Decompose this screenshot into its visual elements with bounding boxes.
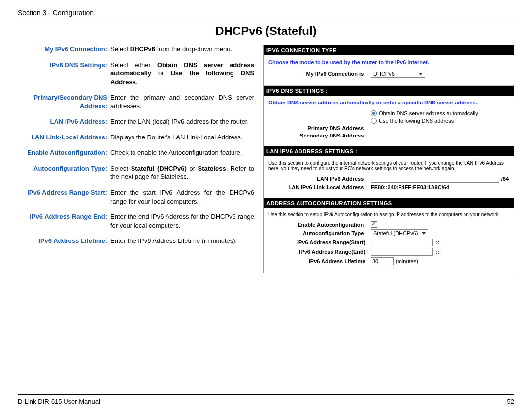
lan-ipv6-suffix: /64 [501, 176, 509, 182]
definition-row: Enable Autoconfiguration:Check to enable… [18, 148, 254, 157]
dns-auto-label: Obtain DNS server address automatically [379, 110, 478, 116]
primary-dns-label: Primary DNS Address : [268, 125, 371, 131]
config-panel: IPV6 CONNECTION TYPE Choose the mode to … [263, 45, 514, 273]
page-footer: D-Link DIR-615 User Manual 52 [18, 394, 514, 405]
panel-header-connection-type: IPV6 CONNECTION TYPE [264, 45, 514, 55]
dns-manual-radio[interactable] [371, 118, 377, 124]
definition-term: IPv6 DNS Settings: [18, 61, 110, 87]
definition-row: LAN Link-Local Address:Displays the Rout… [18, 133, 254, 142]
panel-header-autoconf: ADDRESS AUTOCONFIGURATION SETTINGS [264, 198, 514, 208]
definition-row: Primary/Secondary DNS Address:Enter the … [18, 93, 254, 110]
my-ipv6-connection-label: My IPv6 Connection is : [268, 71, 371, 77]
dns-auto-radio[interactable] [371, 110, 377, 116]
definition-term: Autoconfiguration Type: [18, 164, 110, 181]
definitions-column: My IPv6 Connection:Select DHCPv6 from th… [18, 45, 254, 273]
definition-term: IPv6 Address Lifetime: [18, 237, 110, 245]
autoconf-type-select[interactable]: Stateful (DHCPv6) [371, 229, 428, 237]
definition-description: Enter the end IPv6 Address for the DHCPv… [110, 212, 254, 230]
chevron-down-icon [422, 232, 426, 235]
definition-description: Enter the IPv6 Address Lifetime (in minu… [110, 237, 254, 245]
definition-term: My IPv6 Connection: [18, 45, 110, 54]
definition-row: IPv6 Address Lifetime:Enter the IPv6 Add… [18, 237, 254, 245]
definition-description: Select Stateful (DHCPv6) or Stateless. R… [110, 164, 254, 181]
range-start-separator: :: [435, 240, 440, 245]
definition-description: Displays the Router's LAN Link-Local Add… [110, 133, 254, 142]
range-end-label: IPv6 Address Range(End): [268, 249, 371, 255]
definition-term: IPv6 Address Range Start: [18, 188, 110, 206]
definition-row: IPv6 DNS Settings:Select either Obtain D… [18, 61, 254, 87]
lifetime-unit: (minutes) [396, 258, 418, 264]
my-ipv6-connection-select[interactable]: DHCPv6 [371, 70, 425, 78]
dns-manual-label: Use the following DNS address [379, 118, 454, 124]
definition-row: Autoconfiguration Type:Select Stateful (… [18, 164, 254, 181]
definition-row: IPv6 Address Range Start:Enter the start… [18, 188, 254, 206]
footer-left: D-Link DIR-615 User Manual [18, 398, 100, 405]
lan-ipv6-address-label: LAN IPv6 Address : [268, 176, 371, 182]
definition-description: Select either Obtain DNS server address … [110, 61, 254, 87]
range-end-separator: :: [435, 249, 440, 255]
panel-header-dns: IPV6 DNS SETTINGS : [264, 86, 514, 96]
definition-row: LAN IPv6 Address:Enter the LAN (local) I… [18, 117, 254, 126]
definition-description: Enter the primary and secondary DNS serv… [110, 93, 254, 110]
lan-linklocal-value: FE80::240:F4FF:FE03:1A9C/64 [371, 184, 449, 190]
lan-ipv6-address-input[interactable] [371, 175, 499, 183]
definition-term: LAN IPv6 Address: [18, 117, 110, 126]
enable-autoconf-label: Enable Autoconfiguration : [268, 222, 371, 228]
lan-linklocal-label: LAN IPv6 Link-Local Address : [268, 184, 371, 190]
lan-note: Use this section to configure the intern… [268, 160, 509, 171]
autoconf-type-label: Autoconfiguration Type : [268, 230, 371, 236]
definition-term: Primary/Secondary DNS Address: [18, 93, 110, 110]
panel-header-lan: LAN IPV6 ADDRESS SETTINGS : [264, 146, 514, 156]
connection-type-note: Choose the mode to be used by the router… [268, 59, 509, 65]
definition-term: Enable Autoconfiguration: [18, 148, 110, 157]
section-header: Section 3 - Configuration [18, 9, 514, 20]
lifetime-label: IPv6 Address Lifetime: [268, 258, 371, 264]
definition-description: Check to enable the Autoconfiguration fe… [110, 148, 254, 157]
dns-note: Obtain DNS server address automatically … [268, 100, 509, 105]
range-start-input[interactable] [371, 239, 433, 246]
range-start-label: IPv6 Address Range(Start): [268, 240, 371, 245]
definition-term: LAN Link-Local Address: [18, 133, 110, 142]
definition-description: Enter the LAN (local) IPv6 address for t… [110, 117, 254, 126]
definition-row: My IPv6 Connection:Select DHCPv6 from th… [18, 45, 254, 54]
autoconf-type-value: Stateful (DHCPv6) [373, 230, 418, 236]
page-title: DHCPv6 (Stateful) [18, 24, 514, 38]
definition-description: Select DHCPv6 from the drop-down menu. [110, 45, 254, 54]
enable-autoconf-checkbox[interactable] [371, 221, 377, 228]
lifetime-input[interactable]: 30 [371, 257, 394, 265]
range-end-input[interactable] [371, 248, 433, 256]
footer-page-number: 52 [507, 398, 514, 405]
chevron-down-icon [419, 73, 423, 75]
secondary-dns-label: Secondary DNS Address : [268, 133, 371, 138]
definition-row: IPv6 Address Range End:Enter the end IPv… [18, 212, 254, 230]
autoconf-note: Use this section to setup IPv6 Autoconfi… [268, 212, 509, 217]
my-ipv6-connection-value: DHCPv6 [373, 71, 395, 77]
definition-description: Enter the start IPv6 Address for the DHC… [110, 188, 254, 206]
definition-term: IPv6 Address Range End: [18, 212, 110, 230]
